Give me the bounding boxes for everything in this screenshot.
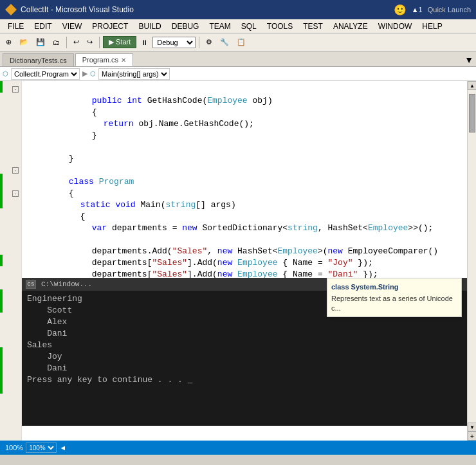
console-line-7: Dani (27, 363, 467, 374)
menu-tools[interactable]: TOOLS (262, 21, 298, 32)
console-path-label: C:\Window... (41, 278, 92, 290)
tab-program-cs[interactable]: Program.cs ✕ (75, 53, 133, 66)
toolbar-save-all[interactable]: 🗂 (50, 37, 63, 48)
window-title: CollectIt - Microsoft Visual Studio (21, 5, 394, 14)
margin-row-3 (0, 107, 21, 118)
feedback-icon[interactable]: 🙂 (394, 4, 407, 16)
menu-window[interactable]: WINDOW (373, 21, 417, 32)
margin-row-13 (0, 223, 21, 234)
menu-sql[interactable]: SQL (236, 21, 262, 32)
margin-row-16 (0, 257, 21, 269)
expand-icon-10[interactable]: - (12, 190, 19, 197)
menu-edit[interactable]: EDIT (29, 21, 57, 32)
zoom-area: 100% 100% 75% 150% ◄ (5, 442, 66, 453)
toolbar-undo[interactable]: ↩ (70, 36, 82, 48)
menu-bar: FILE EDIT VIEW PROJECT BUILD DEBUG TEAM … (0, 19, 476, 33)
console-line-4: Dani (27, 328, 467, 340)
expand-icon-1[interactable]: - (12, 86, 19, 93)
toolbar-redo[interactable]: ↪ (84, 36, 96, 48)
toolbar-pause[interactable]: ⏸ (138, 37, 151, 48)
scroll-thumb[interactable] (469, 94, 475, 132)
vertical-scrollbar[interactable]: ▲ ▼ + (467, 81, 476, 441)
editor-left-margin: - - - (0, 81, 22, 441)
debug-config-select[interactable]: Debug Release (152, 37, 196, 48)
margin-row-9 (0, 176, 21, 188)
breadcrumb-method-select[interactable]: Main(string[] args) (98, 68, 170, 80)
toolbar-save[interactable]: 💾 (33, 36, 48, 48)
start-button[interactable]: ▶ Start (103, 36, 136, 48)
margin-row-17 (0, 269, 21, 280)
code-line-7 (27, 153, 467, 165)
toolbar-extra1[interactable]: ⚙ (203, 36, 215, 48)
menu-test[interactable]: TEST (298, 21, 328, 32)
menu-build[interactable]: BUILD (133, 21, 166, 32)
margin-row-10: - (0, 188, 21, 199)
title-bar: CollectIt - Microsoft Visual Studio 🙂 ▲1… (0, 0, 476, 19)
margin-row-5 (0, 130, 21, 141)
margin-row-2 (0, 95, 21, 107)
menu-view[interactable]: VIEW (57, 21, 87, 32)
code-line-14: departments.Add("Sales", new HashSet<Emp… (27, 234, 467, 246)
toolbar-extra3[interactable]: 📋 (233, 36, 249, 48)
menu-project[interactable]: PROJECT (87, 21, 133, 32)
breadcrumb-namespace-select[interactable]: CollectIt.Program (11, 68, 80, 80)
tab-overflow-button[interactable]: ▼ (464, 55, 473, 66)
scroll-left-indicator[interactable]: ◄ (59, 444, 66, 451)
status-bar: 100% 100% 75% 150% ◄ (0, 441, 476, 455)
scroll-down-button[interactable]: ▼ (468, 423, 476, 432)
toolbar-new[interactable]: ⊕ (3, 36, 15, 48)
toolbar-sep2 (99, 37, 100, 48)
code-line-10: static void Main(string[] args) (27, 188, 467, 199)
console-icon: cs (26, 280, 36, 289)
editor-area: - - - public int GetHashCode(Employee ob… (0, 81, 476, 441)
toolbar-sep3 (199, 37, 199, 48)
toolbar: ⊕ 📂 💾 🗂 ↩ ↪ ▶ Start ⏸ Debug Release ⚙ 🔧 … (0, 33, 476, 51)
breadcrumb-method-icon: ⬡ (90, 70, 96, 77)
console-line-5: Sales (27, 340, 467, 351)
tab-program-cs-label: Program.cs (82, 56, 118, 64)
toolbar-extra2[interactable]: 🔧 (217, 36, 232, 48)
tooltip-description: Represents text as a series of Unicode c… (331, 294, 457, 314)
zoom-label: 100% (5, 444, 23, 451)
menu-team[interactable]: TEAM (204, 21, 235, 32)
margin-row-4 (0, 118, 21, 130)
toolbar-open[interactable]: 📂 (16, 36, 32, 48)
tab-dictionary-tests[interactable]: DictionaryTests.cs (3, 53, 74, 66)
menu-help[interactable]: HELP (417, 21, 447, 32)
margin-row-8: - (0, 165, 21, 176)
intellisense-tooltip: class System.String Represents text as a… (327, 278, 462, 317)
code-line-8: class Program (27, 165, 467, 176)
scroll-plus-button[interactable]: + (468, 432, 476, 441)
console-line-6: Joy (27, 351, 467, 363)
margin-row-12 (0, 211, 21, 223)
tab-bar: DictionaryTests.cs Program.cs ✕ ▼ (0, 51, 476, 67)
code-line-12: var departments = new SortedDictionary<s… (27, 211, 467, 223)
zoom-select[interactable]: 100% 75% 150% (26, 442, 57, 453)
quick-launch-label[interactable]: Quick Launch (428, 6, 471, 14)
tooltip-title: class System.String (331, 281, 457, 293)
breadcrumb-sep: ▶ (82, 69, 87, 78)
code-line-6: } (27, 141, 467, 153)
margin-row-15 (0, 246, 21, 257)
signal-icon: ▲1 (412, 6, 423, 14)
margin-row-7 (0, 153, 21, 165)
breadcrumb-bar: ⬡ CollectIt.Program ▶ ⬡ Main(string[] ar… (0, 67, 476, 81)
tab-dictionary-tests-label: DictionaryTests.cs (10, 57, 67, 64)
console-icon-label: cs (28, 278, 35, 290)
code-line-1: public int GetHashCode(Employee obj) (27, 84, 467, 95)
margin-row-11 (0, 199, 21, 211)
vs-logo (5, 4, 17, 15)
console-line-3: Alex (27, 316, 467, 328)
expand-icon-8[interactable]: - (12, 167, 19, 174)
toolbar-sep1 (66, 37, 67, 48)
scroll-up-button[interactable]: ▲ (468, 81, 476, 90)
console-line-8: Press any key to continue . . . _ (27, 374, 467, 386)
menu-analyze[interactable]: ANALYZE (328, 21, 373, 32)
margin-row-6 (0, 141, 21, 153)
code-editor[interactable]: public int GetHashCode(Employee obj) { r… (22, 81, 467, 441)
margin-row-1: - (0, 84, 21, 95)
tab-close-icon[interactable]: ✕ (121, 57, 126, 64)
margin-row-14 (0, 234, 21, 246)
menu-file[interactable]: FILE (3, 21, 29, 32)
menu-debug[interactable]: DEBUG (167, 21, 205, 32)
